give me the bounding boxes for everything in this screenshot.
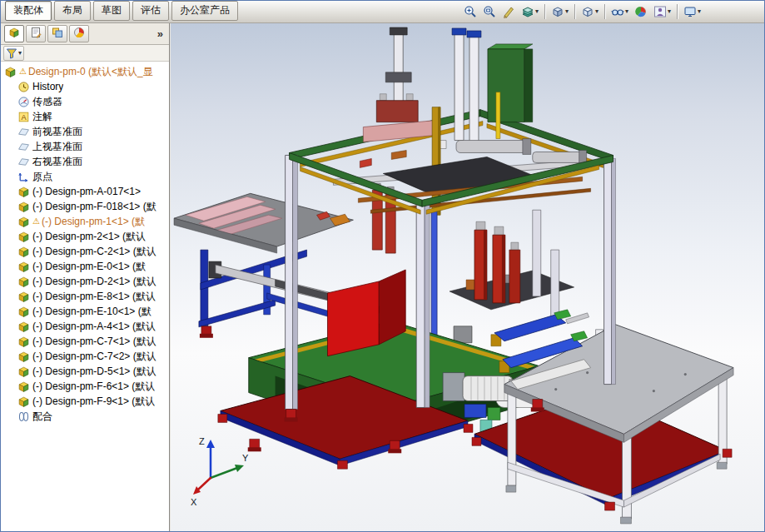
panel-tab-configurationmanager[interactable] xyxy=(47,25,67,42)
tree-item[interactable]: 上视基准面 xyxy=(1,139,169,154)
previous-view-icon xyxy=(502,5,515,18)
component-icon xyxy=(17,276,30,288)
dimxpertmanager-icon xyxy=(73,27,85,42)
tree-item-label: (-) Design-pm-D-5<1> (默认 xyxy=(32,365,156,379)
history-icon xyxy=(17,81,30,93)
dropdown-arrow-icon[interactable]: ▾ xyxy=(535,8,539,15)
tree-item[interactable]: (-) Design-pm-C-2<1> (默认 xyxy=(1,244,169,259)
tree-item-label: (-) Design-pm-2<1> (默认 xyxy=(32,230,146,244)
feature-tree: ⚠Design-pm-0 (默认<默认_显History传感器A注解前视基准面上… xyxy=(1,62,169,531)
toolbar-separator xyxy=(677,4,678,19)
view-orientation-icon xyxy=(551,5,564,18)
hide-show-items-icon xyxy=(611,5,624,18)
tree-item[interactable]: (-) Design-pm-F-6<1> (默认 xyxy=(1,379,169,394)
tree-item[interactable]: (-) Design-pm-C-7<2> (默认 xyxy=(1,349,169,364)
component-icon xyxy=(17,231,30,243)
plane-icon xyxy=(17,141,30,153)
component-icon xyxy=(17,380,30,393)
tree-item[interactable]: (-) Design-pm-E-10<1> (默 xyxy=(1,304,169,319)
tree-item-label: (-) Design-pm-C-2<1> (默认 xyxy=(32,245,156,259)
panel-tab-dimxpertmanager[interactable] xyxy=(69,25,89,42)
tree-item[interactable]: (-) Design-pm-D-2<1> (默认 xyxy=(1,274,169,289)
dropdown-arrow-icon[interactable]: ▾ xyxy=(18,50,22,57)
tree-item[interactable]: (-) Design-pm-E-8<1> (默认 xyxy=(1,289,169,304)
tab-布局[interactable]: 布局 xyxy=(54,1,91,21)
tree-item[interactable]: History xyxy=(1,79,169,94)
tree-item[interactable]: (-) Design-pm-E-0<1> (默 xyxy=(1,259,169,274)
edit-appearance-button[interactable] xyxy=(632,3,650,20)
panel-tab-propertymanager[interactable] xyxy=(26,25,46,42)
previous-view-button[interactable] xyxy=(499,3,518,20)
tree-item-label: (-) Design-pm-E-10<1> (默 xyxy=(32,305,152,319)
panel-collapse-chevron[interactable]: » xyxy=(155,27,166,40)
tree-item-label: 配合 xyxy=(32,410,52,424)
tab-评估[interactable]: 评估 xyxy=(132,1,169,21)
tree-item[interactable]: A注解 xyxy=(1,109,169,124)
dropdown-arrow-icon[interactable]: ▾ xyxy=(668,8,671,15)
tree-item[interactable]: (-) Design-pm-A-017<1> xyxy=(1,184,169,199)
tree-item[interactable]: 原点 xyxy=(1,169,169,184)
component-icon xyxy=(17,186,30,198)
configurationmanager-icon xyxy=(52,27,63,42)
view-settings-button[interactable]: ▾ xyxy=(681,3,703,20)
display-style-icon xyxy=(581,5,594,18)
tree-item[interactable]: 配合 xyxy=(1,409,169,424)
panel-tab-featuremanager[interactable] xyxy=(4,25,24,42)
tree-item-label: (-) Design-pm-F-6<1> (默认 xyxy=(32,380,155,394)
dropdown-arrow-icon[interactable]: ▾ xyxy=(698,8,701,15)
annotations-icon: A xyxy=(17,111,30,123)
command-tabs: 装配体布局草图评估办公室产品 xyxy=(1,1,239,22)
hide-show-items-button[interactable]: ▾ xyxy=(609,3,631,20)
triad-x-label: X xyxy=(191,497,197,507)
view-toolbar: ▾▾▾▾▾▾ xyxy=(461,3,703,20)
tab-装配体[interactable]: 装配体 xyxy=(5,1,52,21)
tab-办公室产品[interactable]: 办公室产品 xyxy=(171,1,238,21)
plane-icon xyxy=(17,156,30,168)
apply-scene-button[interactable]: ▾ xyxy=(651,3,673,20)
tree-item-label: (-) Design-pm-D-2<1> (默认 xyxy=(32,275,156,289)
triad-y-label: Y xyxy=(242,453,249,463)
display-style-button[interactable]: ▾ xyxy=(579,3,601,20)
tree-item[interactable]: (-) Design-pm-D-5<1> (默认 xyxy=(1,364,169,379)
tab-草图[interactable]: 草图 xyxy=(93,1,130,21)
tree-item-label: 注解 xyxy=(32,110,52,124)
filter-funnel-icon xyxy=(6,47,17,59)
component-icon xyxy=(17,336,30,348)
section-view-button[interactable]: ▾ xyxy=(519,3,541,20)
component-icon xyxy=(17,306,30,318)
tree-item-label: Design-pm-0 (默认<默认_显 xyxy=(28,65,153,79)
propertymanager-icon xyxy=(30,27,42,42)
tree-item[interactable]: ⚠(-) Design-pm-1<1> (默 xyxy=(1,214,169,229)
tree-item-label: (-) Design-pm-A-017<1> xyxy=(32,186,141,197)
tree-item[interactable]: 传感器 xyxy=(1,94,169,109)
component-icon xyxy=(17,246,30,258)
tree-item[interactable]: ⚠Design-pm-0 (默认<默认_显 xyxy=(1,64,169,79)
dropdown-arrow-icon[interactable]: ▾ xyxy=(625,8,628,15)
mates-icon xyxy=(17,410,30,423)
tree-item-label: (-) Design-pm-C-7<2> (默认 xyxy=(32,350,156,364)
machine-3d-model[interactable] xyxy=(171,23,764,531)
tree-item[interactable]: (-) Design-pm-C-7<1> (默认 xyxy=(1,334,169,349)
filter-bar: ▾ xyxy=(1,45,169,62)
tree-item-label: 上视基准面 xyxy=(32,140,82,154)
tree-item[interactable]: (-) Design-pm-F-9<1> (默认 xyxy=(1,394,169,409)
tree-item[interactable]: (-) Design-pm-F-018<1> (默 xyxy=(1,199,169,214)
tree-item-label: (-) Design-pm-E-8<1> (默认 xyxy=(32,290,156,304)
tree-item[interactable]: 前视基准面 xyxy=(1,124,169,139)
view-orientation-button[interactable]: ▾ xyxy=(549,3,571,20)
dropdown-arrow-icon[interactable]: ▾ xyxy=(565,8,569,15)
component-icon xyxy=(17,321,30,333)
tree-item-label: 前视基准面 xyxy=(32,125,82,139)
zoom-to-fit-button[interactable] xyxy=(461,3,479,20)
zoom-to-area-button[interactable] xyxy=(480,3,499,20)
solidworks-window: 装配体布局草图评估办公室产品 ▾▾▾▾▾▾ » ▾ ⚠Design-pm-0 (… xyxy=(0,0,765,532)
graphics-viewport[interactable]: Z Y X xyxy=(171,23,764,531)
tree-item[interactable]: (-) Design-pm-2<1> (默认 xyxy=(1,229,169,244)
view-settings-icon xyxy=(683,5,697,18)
command-manager-tabbar: 装配体布局草图评估办公室产品 ▾▾▾▾▾▾ xyxy=(1,1,764,23)
tree-item[interactable]: (-) Design-pm-A-4<1> (默认 xyxy=(1,319,169,334)
tree-item[interactable]: 右视基准面 xyxy=(1,154,169,169)
filter-button[interactable]: ▾ xyxy=(3,46,24,61)
dropdown-arrow-icon[interactable]: ▾ xyxy=(595,8,599,15)
tree-item-label: History xyxy=(32,81,63,92)
